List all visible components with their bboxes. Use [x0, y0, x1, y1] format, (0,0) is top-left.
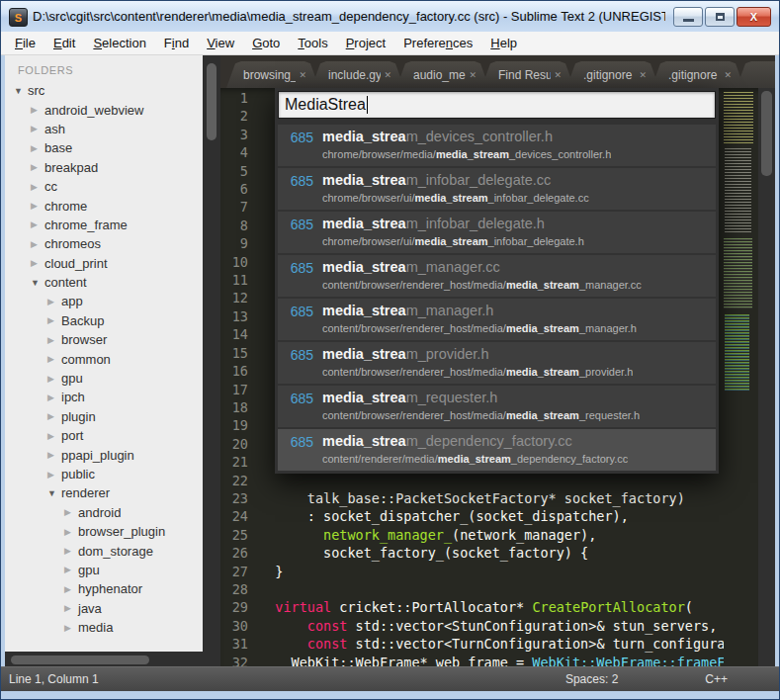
- sidebar-folder-item[interactable]: ▼src: [5, 81, 203, 100]
- disclosure-triangle-icon[interactable]: ▶: [31, 182, 44, 192]
- sidebar-folder-item[interactable]: ▶gpu: [5, 561, 203, 579]
- disclosure-triangle-icon[interactable]: ▶: [64, 565, 78, 574]
- sidebar-folder-item[interactable]: ▶java: [5, 599, 203, 618]
- sidebar-folder-item[interactable]: ▶dom_storage: [5, 541, 203, 560]
- menu-item[interactable]: Project: [337, 34, 394, 52]
- maximize-button[interactable]: [705, 7, 735, 27]
- sidebar-folder-item[interactable]: ▶base: [5, 138, 203, 157]
- menu-item[interactable]: Help: [481, 34, 526, 52]
- sidebar-folder-item[interactable]: ▶browser_plugin: [5, 522, 203, 541]
- sidebar-folder-item[interactable]: ▶android_webview: [5, 100, 203, 119]
- disclosure-triangle-icon[interactable]: ▶: [64, 546, 78, 556]
- menu-item[interactable]: Edit: [44, 34, 84, 52]
- disclosure-triangle-icon[interactable]: ▶: [64, 527, 78, 537]
- disclosure-triangle-icon[interactable]: ▶: [47, 354, 61, 364]
- editor-vertical-scrollbar[interactable]: [758, 88, 775, 668]
- tab-close-icon[interactable]: ✕: [384, 70, 391, 80]
- tab-close-icon[interactable]: ✕: [299, 70, 306, 80]
- sidebar-folder-item[interactable]: ▶browser: [5, 330, 203, 349]
- sidebar-folder-item[interactable]: ▼content: [5, 273, 203, 292]
- disclosure-triangle-icon[interactable]: ▼: [14, 86, 28, 96]
- tab[interactable]: audio_mes✕: [396, 61, 489, 88]
- menu-item[interactable]: Find: [155, 34, 198, 52]
- disclosure-triangle-icon[interactable]: ▶: [31, 239, 44, 249]
- menu-item[interactable]: Goto: [243, 34, 289, 52]
- disclosure-triangle-icon[interactable]: ▶: [31, 124, 44, 133]
- scrollbar-thumb[interactable]: [207, 63, 217, 140]
- tab[interactable]: .gitignore✕: [566, 61, 659, 88]
- sidebar-folder-item[interactable]: ▶hyphenator: [5, 579, 203, 598]
- tab-close-icon[interactable]: ✕: [724, 70, 732, 80]
- tab[interactable]: include.gy✕: [311, 61, 404, 88]
- disclosure-triangle-icon[interactable]: ▶: [31, 162, 44, 172]
- tab-close-icon[interactable]: ✕: [469, 70, 477, 80]
- disclosure-triangle-icon[interactable]: ▶: [47, 431, 61, 441]
- tab[interactable]: Find Resul✕: [481, 61, 574, 88]
- indent-setting[interactable]: Spaces: 2: [565, 672, 618, 686]
- disclosure-triangle-icon[interactable]: ▶: [47, 374, 61, 384]
- sidebar-folder-item[interactable]: ▶ppapi_plugin: [5, 445, 203, 464]
- scrollbar-thumb[interactable]: [11, 656, 149, 664]
- disclosure-triangle-icon[interactable]: ▼: [47, 488, 61, 498]
- sidebar-folder-item[interactable]: ▶ash: [5, 120, 203, 138]
- tab[interactable]: .gitignore✕: [651, 61, 744, 88]
- goto-result-item[interactable]: 685 media_stream_devices_controller.h ch…: [278, 125, 716, 166]
- menu-item[interactable]: Preferences: [394, 34, 481, 52]
- sidebar-folder-item[interactable]: ▶gpu: [5, 369, 203, 388]
- sidebar-vertical-scrollbar[interactable]: [203, 55, 220, 668]
- disclosure-triangle-icon[interactable]: ▶: [31, 105, 44, 115]
- disclosure-triangle-icon[interactable]: ▶: [47, 315, 61, 325]
- disclosure-triangle-icon[interactable]: ▼: [31, 278, 44, 288]
- sidebar-folder-item[interactable]: ▼renderer: [5, 483, 203, 502]
- sidebar-folder-item[interactable]: ▶cloud_print: [5, 254, 203, 273]
- sidebar-folder-item[interactable]: ▶common: [5, 349, 203, 368]
- disclosure-triangle-icon[interactable]: ▶: [64, 603, 78, 613]
- disclosure-triangle-icon[interactable]: ▶: [64, 584, 78, 594]
- sidebar-folder-item[interactable]: ▶plugin: [5, 407, 203, 426]
- menu-item[interactable]: View: [198, 34, 243, 52]
- disclosure-triangle-icon[interactable]: ▶: [47, 450, 61, 460]
- sidebar-folder-item[interactable]: ▶port: [5, 426, 203, 445]
- sidebar-folder-item[interactable]: ▶Backup: [5, 311, 203, 330]
- tab[interactable]: browsing_✕: [226, 61, 319, 88]
- disclosure-triangle-icon[interactable]: ▶: [64, 507, 78, 517]
- menu-item[interactable]: Tools: [289, 34, 336, 52]
- title-bar[interactable]: S D:\src\cgit\src\content\renderer\media…: [1, 1, 779, 32]
- goto-anything-input[interactable]: MediaStrea: [278, 91, 716, 119]
- sidebar-folder-item[interactable]: ▶breakpad: [5, 158, 203, 177]
- sidebar-folder-item[interactable]: ▶public: [5, 465, 203, 483]
- disclosure-triangle-icon[interactable]: ▶: [31, 219, 44, 229]
- sidebar-folder-item[interactable]: ▶chrome_frame: [5, 216, 203, 234]
- disclosure-triangle-icon[interactable]: ▶: [47, 297, 61, 306]
- goto-result-item[interactable]: 685 media_stream_manager.h content/brows…: [278, 299, 716, 340]
- goto-result-item[interactable]: 685 media_stream_provider.h content/brow…: [278, 342, 716, 384]
- disclosure-triangle-icon[interactable]: ▶: [64, 623, 78, 633]
- menu-item[interactable]: File: [6, 34, 44, 52]
- syntax-mode[interactable]: C++: [705, 672, 728, 686]
- goto-result-item[interactable]: 685 media_stream_manager.cc content/brow…: [278, 255, 716, 297]
- sidebar-folder-item[interactable]: ▶app: [5, 292, 203, 310]
- minimize-button[interactable]: [673, 7, 703, 27]
- goto-result-item[interactable]: 685 media_stream_infobar_delegate.h chro…: [278, 212, 716, 253]
- tab[interactable]: ✕: [737, 61, 775, 88]
- sidebar-folder-item[interactable]: ▶chromeos: [5, 234, 203, 253]
- disclosure-triangle-icon[interactable]: ▶: [31, 258, 44, 268]
- sidebar-folder-item[interactable]: ▶media: [5, 618, 203, 637]
- disclosure-triangle-icon[interactable]: ▶: [47, 335, 61, 345]
- disclosure-triangle-icon[interactable]: ▶: [31, 201, 44, 211]
- goto-result-item[interactable]: 685 media_stream_dependency_factory.cc c…: [278, 429, 716, 471]
- sidebar-folder-item[interactable]: ▶chrome: [5, 196, 203, 215]
- menu-item[interactable]: Selection: [84, 34, 154, 52]
- disclosure-triangle-icon[interactable]: ▶: [47, 393, 61, 402]
- close-button[interactable]: X: [737, 7, 771, 27]
- tab-close-icon[interactable]: ✕: [639, 70, 647, 80]
- minimap[interactable]: [724, 88, 758, 668]
- disclosure-triangle-icon[interactable]: ▶: [31, 143, 44, 153]
- disclosure-triangle-icon[interactable]: ▶: [47, 411, 61, 421]
- sidebar-folder-item[interactable]: ▶android: [5, 503, 203, 522]
- sidebar-folder-item[interactable]: ▶ipch: [5, 388, 203, 406]
- sidebar-folder-item[interactable]: ▶cc: [5, 177, 203, 196]
- scrollbar-thumb[interactable]: [761, 91, 772, 176]
- disclosure-triangle-icon[interactable]: ▶: [47, 470, 61, 480]
- goto-result-item[interactable]: 685 media_stream_infobar_delegate.cc chr…: [278, 168, 716, 210]
